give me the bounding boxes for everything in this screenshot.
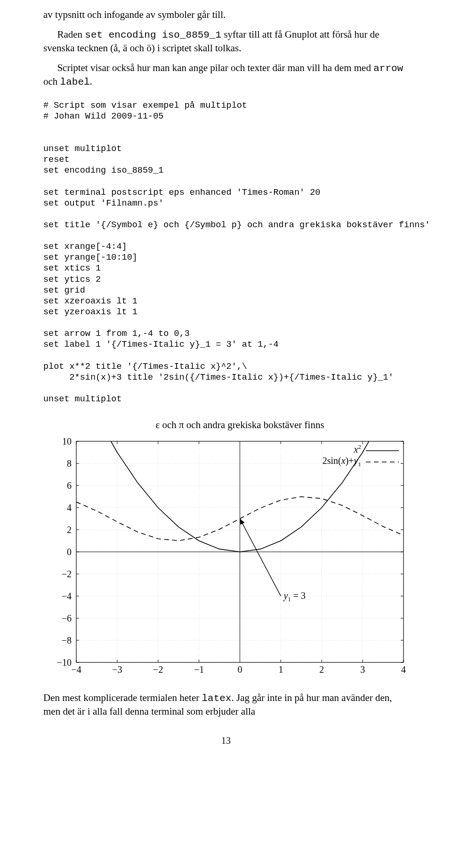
code-block: # Script som visar exempel på multiplot … xyxy=(43,100,409,405)
paragraph-3: Scriptet visar också hur man kan ange pi… xyxy=(43,62,409,89)
svg-text:−2: −2 xyxy=(62,569,72,579)
code-inline: arrow xyxy=(373,63,403,74)
svg-text:6: 6 xyxy=(67,480,72,491)
svg-text:y1 = 3: y1 = 3 xyxy=(282,590,306,603)
svg-text:1: 1 xyxy=(278,664,283,675)
svg-text:8: 8 xyxy=(67,458,72,469)
svg-text:−3: −3 xyxy=(112,664,122,675)
chart: ε och π och andra grekiska bokstäver fin… xyxy=(43,418,409,683)
svg-text:−4: −4 xyxy=(62,591,72,601)
svg-text:2sin(x)+y1: 2sin(x)+y1 xyxy=(323,455,361,468)
svg-text:3: 3 xyxy=(360,664,365,675)
svg-text:−2: −2 xyxy=(153,664,163,675)
paragraph-4: Den mest komplicerade termialen heter la… xyxy=(43,692,409,718)
svg-text:−1: −1 xyxy=(194,664,204,675)
text: Raden xyxy=(57,29,85,40)
chart-svg: ε och π och andra grekiska bokstäver fin… xyxy=(43,418,408,681)
paragraph-2: Raden set encoding iso_8859_1 syftar til… xyxy=(43,28,409,55)
svg-text:−6: −6 xyxy=(62,613,72,623)
svg-text:4: 4 xyxy=(67,502,72,513)
text: av typsnitt och infogande av symboler gå… xyxy=(43,9,226,20)
code-inline: latex xyxy=(202,693,231,704)
code-inline: set encoding iso_8859_1 xyxy=(85,30,221,40)
text: Scriptet visar också hur man kan ange pi… xyxy=(57,62,373,73)
svg-text:−10: −10 xyxy=(57,657,72,668)
text: och xyxy=(43,76,60,87)
svg-text:x2: x2 xyxy=(354,443,361,454)
svg-text:0: 0 xyxy=(238,664,242,675)
paragraph-1: av typsnitt och infogande av symboler gå… xyxy=(43,8,409,22)
svg-text:0: 0 xyxy=(67,547,72,557)
page-number: 13 xyxy=(43,735,409,746)
text: Den mest komplicerade termialen heter xyxy=(43,692,202,703)
svg-text:−8: −8 xyxy=(62,635,72,645)
svg-text:4: 4 xyxy=(401,664,406,675)
text: . xyxy=(90,76,92,87)
svg-text:ε och π och andra grekiska bok: ε och π och andra grekiska bokstäver fin… xyxy=(155,419,324,430)
svg-line-85 xyxy=(240,519,281,597)
svg-text:−4: −4 xyxy=(71,664,81,675)
svg-text:2: 2 xyxy=(319,664,324,675)
svg-text:2: 2 xyxy=(67,525,72,535)
svg-text:10: 10 xyxy=(62,436,72,446)
code-inline: label xyxy=(60,77,90,88)
